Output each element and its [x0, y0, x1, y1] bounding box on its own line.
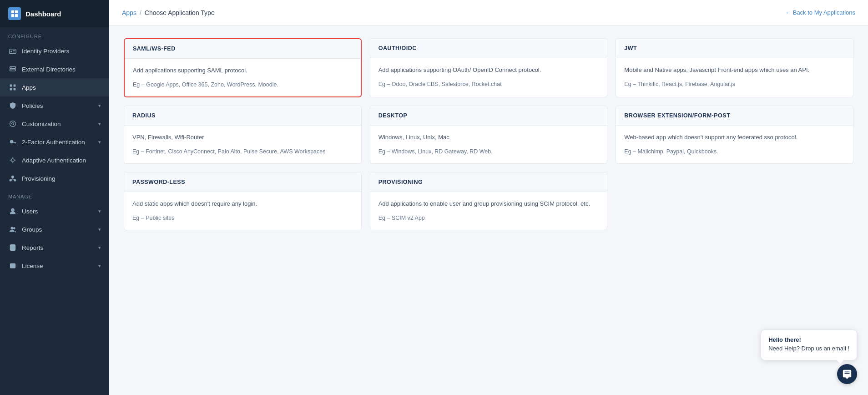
report-icon: [8, 243, 17, 252]
app-card-desc-passwordless: Add static apps which doesn't require an…: [132, 199, 353, 208]
sidebar-item-label-customization: Customization: [22, 121, 61, 127]
app-card-header-oauth: OAUTH/OIDC: [370, 39, 607, 58]
sidebar-item-label-license: License: [22, 263, 43, 269]
svg-point-26: [12, 176, 14, 178]
app-card-header-jwt: JWT: [616, 39, 853, 58]
app-card-body-saml: Add applications supporting SAML protoco…: [125, 59, 361, 96]
app-card-browser-ext[interactable]: BROWSER EXTENSION/FORM-POSTWeb-based app…: [616, 106, 853, 164]
breadcrumb-apps-link[interactable]: Apps: [122, 9, 136, 16]
sidebar-item-customization[interactable]: Customization▾: [0, 115, 109, 133]
app-card-title-browser-ext: BROWSER EXTENSION/FORM-POST: [624, 112, 845, 119]
app-card-title-oauth: OAUTH/OIDC: [378, 45, 599, 51]
svg-line-31: [13, 179, 15, 180]
svg-rect-3: [15, 14, 18, 17]
app-card-desc-radius: VPN, Firewalls, Wifi-Router: [132, 133, 353, 142]
svg-point-33: [11, 227, 13, 229]
breadcrumb-current-page: Choose Application Type: [145, 9, 215, 16]
dashboard-label: Dashboard: [25, 10, 61, 18]
sidebar-logo[interactable]: Dashboard: [0, 0, 109, 27]
app-card-oauth[interactable]: OAUTH/OIDCAdd applications supporting OA…: [370, 38, 608, 97]
app-card-eg-browser-ext: Eg – Mailchimp, Paypal, Quickbooks.: [624, 147, 845, 156]
sidebar-item-users[interactable]: Users▾: [0, 202, 109, 220]
app-card-desc-jwt: Mobile and Native apps, Javascript Front…: [624, 66, 845, 75]
app-card-eg-provisioning-card: Eg – SCIM v2 App: [378, 214, 599, 223]
sidebar-item-provisioning[interactable]: Provisioning: [0, 169, 109, 187]
svg-rect-13: [14, 85, 16, 87]
sidebar-item-reports[interactable]: Reports▾: [0, 238, 109, 257]
sidebar-item-groups[interactable]: Groups▾: [0, 220, 109, 238]
chat-open-button[interactable]: [837, 364, 857, 384]
sidebar-section-label: Manage: [0, 187, 109, 202]
users-icon: [8, 225, 17, 234]
app-card-desc-browser-ext: Web-based app which doesn't support any …: [624, 133, 845, 142]
provisioning-icon: [8, 174, 17, 183]
user-icon: [8, 207, 17, 216]
chevron-down-icon: ▾: [98, 139, 101, 145]
app-card-eg-oauth: Eg – Odoo, Oracle EBS, Salesforce, Rocke…: [378, 80, 599, 89]
key-icon: [8, 137, 17, 147]
app-card-desc-provisioning-card: Add applications to enable user and grou…: [378, 199, 599, 208]
sidebar: Dashboard ConfigureIdentity ProvidersExt…: [0, 0, 109, 395]
app-card-jwt[interactable]: JWTMobile and Native apps, Javascript Fr…: [616, 38, 853, 97]
sidebar-item-label-provisioning: Provisioning: [22, 175, 56, 182]
sidebar-nav: ConfigureIdentity ProvidersExternal Dire…: [0, 27, 109, 275]
chat-body: Need Help? Drop us an email !: [768, 345, 849, 352]
app-card-desc-oauth: Add applications supporting OAuth/ OpenI…: [378, 66, 599, 75]
app-card-header-desktop: DESKTOP: [370, 106, 607, 126]
app-card-saml[interactable]: SAML/WS-FEDAdd applications supporting S…: [124, 38, 362, 97]
sidebar-item-license[interactable]: License▾: [0, 257, 109, 275]
sidebar-item-external-directories[interactable]: External Directories: [0, 60, 109, 78]
svg-rect-14: [10, 88, 12, 91]
app-card-radius[interactable]: RADIUSVPN, Firewalls, Wifi-RouterEg – Fo…: [124, 106, 362, 164]
sidebar-item-2fa[interactable]: 2-Factor Authentication▾: [0, 133, 109, 151]
chevron-down-icon: ▾: [98, 121, 101, 127]
sidebar-item-label-external-directories: External Directories: [22, 66, 76, 73]
svg-point-34: [13, 228, 15, 229]
app-type-grid: SAML/WS-FEDAdd applications supporting S…: [124, 38, 853, 230]
content-area: SAML/WS-FEDAdd applications supporting S…: [109, 25, 868, 395]
app-card-eg-desktop: Eg – Windows, Linux, RD Gateway, RD Web.: [378, 147, 599, 156]
app-card-passwordless[interactable]: PASSWORD-LESSAdd static apps which doesn…: [124, 172, 362, 230]
app-card-body-provisioning-card: Add applications to enable user and grou…: [370, 192, 607, 230]
sidebar-item-identity-providers[interactable]: Identity Providers: [0, 42, 109, 60]
sidebar-item-adaptive-auth[interactable]: Adaptive Authentication: [0, 151, 109, 169]
app-card-eg-saml: Eg – Google Apps, Office 365, Zoho, Word…: [133, 81, 353, 89]
app-card-body-browser-ext: Web-based app which doesn't support any …: [616, 126, 853, 163]
sidebar-item-apps[interactable]: Apps: [0, 78, 109, 96]
svg-point-17: [10, 140, 13, 143]
app-card-eg-passwordless: Eg – Public sites: [132, 214, 353, 223]
app-card-title-desktop: DESKTOP: [378, 112, 599, 119]
app-card-eg-jwt: Eg – Thinkific, React.js, Firebase, Angu…: [624, 80, 845, 89]
app-card-header-radius: RADIUS: [124, 106, 361, 126]
svg-point-40: [12, 265, 14, 267]
app-card-body-oauth: Add applications supporting OAuth/ OpenI…: [370, 58, 607, 96]
chevron-down-icon: ▾: [98, 263, 101, 269]
app-card-title-passwordless: PASSWORD-LESS: [132, 179, 353, 185]
sidebar-item-policies[interactable]: Policies▾: [0, 96, 109, 115]
sidebar-item-label-2fa: 2-Factor Authentication: [22, 139, 85, 146]
license-icon: [8, 261, 17, 270]
sidebar-item-label-groups: Groups: [22, 226, 42, 233]
app-card-desc-saml: Add applications supporting SAML protoco…: [133, 66, 353, 75]
chat-bubble-arrow: [837, 360, 844, 364]
back-to-apps-link[interactable]: ← Back to My Applications: [785, 9, 855, 16]
dashboard-icon: [8, 7, 21, 20]
sidebar-item-label-users: Users: [22, 208, 38, 215]
svg-point-32: [11, 208, 14, 211]
svg-rect-12: [10, 85, 12, 87]
app-card-eg-radius: Eg – Fortinet, Cisco AnyConnect, Palo Al…: [132, 147, 353, 156]
sidebar-item-label-reports: Reports: [22, 244, 43, 251]
sidebar-item-label-adaptive-auth: Adaptive Authentication: [22, 157, 86, 164]
chevron-down-icon: ▾: [98, 208, 101, 214]
svg-rect-2: [11, 14, 14, 17]
app-card-provisioning-card[interactable]: PROVISIONINGAdd applications to enable u…: [370, 172, 608, 230]
app-card-title-provisioning-card: PROVISIONING: [378, 179, 599, 185]
app-card-header-browser-ext: BROWSER EXTENSION/FORM-POST: [616, 106, 853, 126]
sidebar-item-label-policies: Policies: [22, 102, 43, 109]
app-card-desc-desktop: Windows, Linux, Unix, Mac: [378, 133, 599, 142]
app-card-body-jwt: Mobile and Native apps, Javascript Front…: [616, 58, 853, 96]
svg-rect-4: [10, 49, 16, 54]
app-card-desktop[interactable]: DESKTOPWindows, Linux, Unix, MacEg – Win…: [370, 106, 608, 164]
server-icon: [8, 65, 17, 74]
grid-icon: [8, 83, 17, 92]
